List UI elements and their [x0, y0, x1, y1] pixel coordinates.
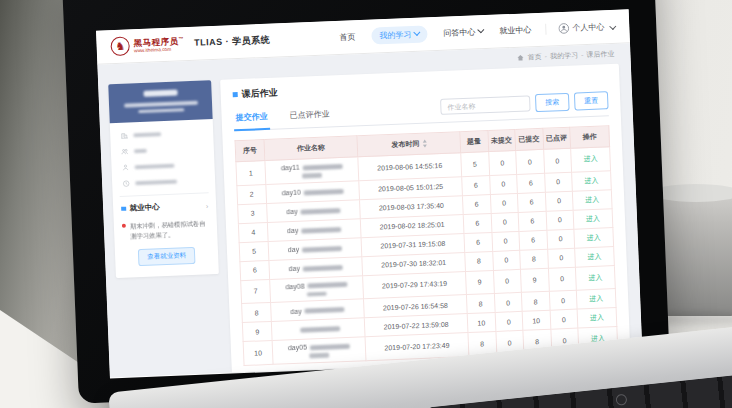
enter-link[interactable]: 进入 — [583, 155, 597, 163]
assignments-table-body: 1 day11 2019-08-06 14:55:16 5 0 0 0 进入 2… — [236, 147, 618, 365]
power-key-icon — [615, 394, 627, 406]
app-title: TLIAS · 学员系统 — [194, 34, 270, 50]
enter-link[interactable]: 进入 — [586, 214, 600, 222]
cell-question-count: 9 — [465, 270, 493, 295]
tab-reviewed-homework[interactable]: 已点评作业 — [287, 105, 332, 128]
enter-link[interactable]: 进入 — [587, 252, 601, 260]
header-question-count: 题量 — [460, 131, 488, 153]
user-icon — [121, 163, 129, 171]
brand-logo[interactable]: ♞ 黑马程序员™ www.itheima.com — [110, 34, 184, 56]
search-button[interactable]: 搜索 — [535, 93, 570, 112]
job-center-label: 就业中心 — [129, 202, 159, 213]
blurred-class-info-line1 — [123, 101, 197, 107]
header-not-submitted: 未提交 — [487, 129, 515, 151]
page-content: 首页 我的学习 课后作业 — [97, 43, 642, 377]
cell-submitted: 6 — [517, 173, 545, 193]
enter-link[interactable]: 进入 — [590, 314, 604, 322]
cell-question-count: 6 — [464, 232, 492, 252]
cell-seq: 6 — [240, 260, 270, 280]
info-row-school — [120, 129, 203, 140]
breadcrumb-home[interactable]: 首页 — [528, 52, 548, 63]
blurred-value — [134, 149, 147, 154]
breadcrumb-my-learning[interactable]: 我的学习 — [550, 50, 584, 61]
trademark-symbol: ™ — [178, 35, 184, 41]
cell-not-submitted: 0 — [493, 269, 521, 294]
cell-action: 进入 — [572, 170, 612, 191]
info-row-date — [122, 176, 205, 187]
cell-action: 进入 — [573, 208, 613, 229]
laptop-screen: ♞ 黑马程序员™ www.itheima.com TLIAS · 学员系统 首页… — [96, 9, 643, 378]
home-icon — [517, 54, 525, 62]
cell-action: 进入 — [571, 147, 611, 172]
red-dot-icon — [122, 224, 126, 228]
student-info-list — [110, 119, 216, 196]
brand-name: 黑马程序员 — [133, 36, 178, 48]
cell-reviewed: 0 — [550, 309, 578, 329]
tab-submit-homework[interactable]: 提交作业 — [233, 108, 270, 131]
cell-assignment-name: day05 — [272, 337, 366, 364]
users-icon — [121, 148, 129, 156]
reset-button[interactable]: 重置 — [574, 91, 609, 110]
breadcrumb-current-page: 课后作业 — [586, 49, 614, 60]
cell-reviewed: 0 — [549, 290, 577, 310]
cell-reviewed: 0 — [546, 210, 574, 230]
enter-link[interactable]: 进入 — [584, 176, 598, 184]
chevron-down-icon — [413, 29, 420, 36]
header-submitted: 已提交 — [515, 128, 543, 150]
cell-submitted: 9 — [520, 268, 548, 293]
cell-action: 进入 — [575, 246, 615, 267]
chevron-down-icon — [477, 26, 484, 33]
blurred-name-bar — [302, 246, 342, 253]
cell-action: 进入 — [574, 227, 614, 248]
cell-seq: 5 — [239, 241, 269, 261]
nav-item-qa-center[interactable]: 问答中心 — [443, 26, 483, 39]
search-toolbar: 搜索 重置 — [440, 91, 609, 116]
enter-link[interactable]: 进入 — [585, 195, 599, 203]
nav-item-my-learning[interactable]: 我的学习 — [371, 25, 428, 44]
info-row-teacher — [121, 160, 204, 171]
clock-icon — [122, 179, 130, 187]
enter-link[interactable]: 进入 — [589, 295, 603, 303]
nav-item-job-center[interactable]: 就业中心 — [499, 24, 531, 36]
blurred-class-info-line2 — [138, 108, 184, 113]
cell-not-submitted: 0 — [491, 212, 519, 232]
sort-icon[interactable] — [422, 140, 426, 148]
user-avatar-icon — [558, 23, 569, 34]
cell-question-count: 6 — [462, 194, 490, 214]
enter-link[interactable]: 进入 — [587, 233, 601, 241]
blurred-name-bar — [300, 326, 340, 333]
cell-submitted: 0 — [516, 149, 544, 174]
brand-site: www.itheima.com — [134, 46, 185, 53]
blue-square-bullet — [233, 92, 238, 97]
cell-not-submitted: 0 — [489, 174, 517, 194]
nav-item-home[interactable]: 首页 — [339, 31, 355, 43]
job-notice: 期末冲刺，易错模拟试卷自测学习效果了。 — [114, 217, 218, 248]
cell-not-submitted: 0 — [492, 250, 520, 270]
cell-seq: 7 — [241, 279, 271, 304]
cell-reviewed: 0 — [545, 191, 573, 211]
chevron-down-icon — [609, 23, 616, 30]
cell-action: 进入 — [576, 289, 616, 310]
breadcrumb: 首页 我的学习 课后作业 — [517, 49, 615, 63]
cell-seq: 4 — [238, 222, 268, 242]
photo-scene: ♞ 黑马程序员™ www.itheima.com TLIAS · 学员系统 首页… — [0, 0, 732, 408]
enter-link[interactable]: 进入 — [588, 273, 602, 281]
assignment-name-input[interactable] — [440, 95, 531, 115]
cell-seq: 3 — [238, 203, 268, 223]
blurred-name-bar — [302, 164, 342, 171]
blurred-value — [133, 132, 161, 138]
tabs-bar: 提交作业 已点评作业 搜索 重置 — [233, 94, 609, 131]
cell-question-count: 8 — [466, 293, 494, 313]
homework-panel: 课后作业 提交作业 已点评作业 搜索 重置 — [220, 64, 630, 373]
info-row-class — [121, 144, 204, 155]
cell-submitted: 10 — [522, 310, 550, 330]
cell-question-count: 5 — [461, 152, 489, 177]
blurred-name-bar — [304, 189, 344, 196]
student-profile-header — [108, 80, 212, 123]
user-menu[interactable]: 个人中心 — [545, 21, 615, 35]
cell-reviewed: 0 — [547, 248, 575, 268]
notice-text: 期末冲刺，易错模拟试卷自测学习效果了。 — [130, 218, 210, 241]
view-job-materials-button[interactable]: 查看就业资料 — [138, 246, 196, 265]
blurred-name-bar — [301, 227, 341, 234]
cell-action: 进入 — [577, 308, 617, 329]
